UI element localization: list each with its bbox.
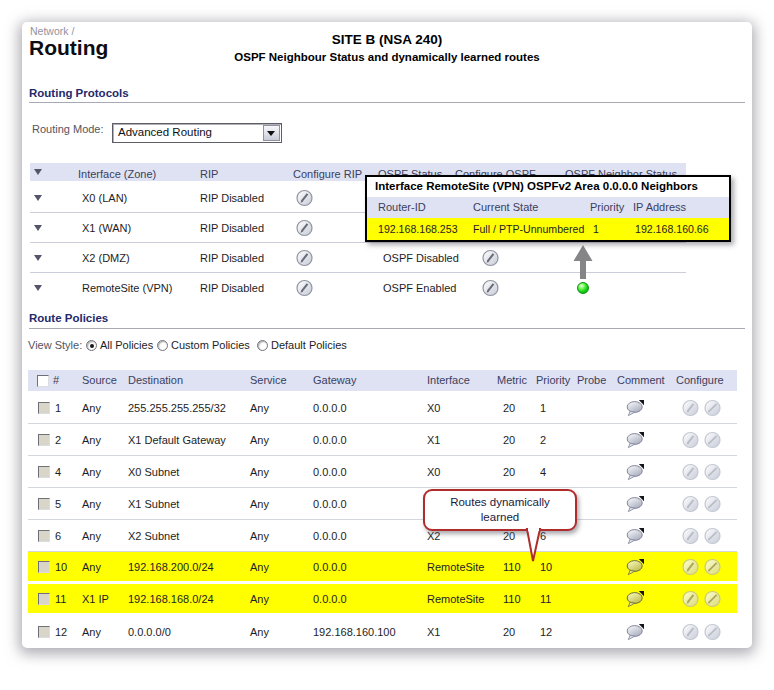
edit-policy-button[interactable] [682,463,699,480]
route-policy-row: 2AnyX1 Default GatewayAny0.0.0.0X1202 [28,424,737,456]
edit-policy-button[interactable] [682,558,699,575]
edit-policy-button[interactable] [682,590,699,607]
delete-policy-button[interactable] [704,624,721,641]
routing-protocols-heading: Routing Protocols [29,87,129,99]
service-cell: Any [250,593,269,605]
edit-policy-button[interactable] [682,495,699,512]
page: Network / Routing SITE B (NSA 240) OSPF … [22,22,752,648]
route-policy-row: 1Any255.255.255.255/32Any0.0.0.0X0201 [28,392,737,424]
route-policies-table-body: 1Any255.255.255.255/32Any0.0.0.0X02012An… [28,392,737,648]
view-style-radio-all[interactable] [86,340,97,351]
routing-mode-select[interactable]: Advanced Routing [112,123,282,143]
source-cell: Any [82,561,101,573]
comment-icon[interactable] [626,527,645,544]
row-checkbox[interactable] [38,434,50,446]
site-title: SITE B (NSA 240) [22,32,752,47]
col-router-id: Router-ID [378,201,426,213]
col-gateway: Gateway [313,374,356,386]
configure-rip-button[interactable] [296,249,313,266]
service-cell: Any [250,530,269,542]
delete-policy-button[interactable] [704,527,721,544]
comment-icon[interactable] [626,495,645,512]
priority-cell: 1 [593,223,599,235]
delete-policy-button[interactable] [704,431,721,448]
edit-policy-button[interactable] [682,624,699,641]
configure-rip-button[interactable] [296,219,313,236]
edit-policy-button[interactable] [682,431,699,448]
site-header: SITE B (NSA 240) OSPF Neighbour Status a… [22,32,752,63]
service-cell: Any [250,402,269,414]
policy-number-cell: 4 [55,466,61,478]
source-cell: Any [82,434,101,446]
popup-header: Router-ID Current State Priority IP Addr… [367,197,729,218]
pointer-up-arrow-icon [573,245,593,280]
col-interface: Interface [427,374,470,386]
dropdown-caret-icon[interactable] [263,125,280,141]
route-policy-row: 11X1 IP192.168.168.0/24Any0.0.0.0RemoteS… [28,584,737,616]
metric-cell: 20 [503,626,515,638]
interface-zone-cell: X1 (WAN) [82,222,131,234]
view-style-radio-custom[interactable] [157,340,168,351]
edit-policy-button[interactable] [682,527,699,544]
destination-cell: X2 Subnet [128,530,179,542]
expand-row-icon[interactable] [34,255,42,261]
view-style-option-all: All Policies [100,339,153,351]
col-current-state: Current State [473,201,538,213]
delete-policy-button[interactable] [704,558,721,575]
rip-status-cell: RIP Disabled [200,192,264,204]
expand-row-icon[interactable] [34,195,42,201]
configure-rip-button[interactable] [296,280,313,297]
priority-cell: 1 [540,402,546,414]
route-policies-heading: Route Policies [29,312,108,324]
metric-cell: 20 [503,402,515,414]
destination-cell: 255.255.255.255/32 [128,402,226,414]
expand-row-icon[interactable] [34,285,42,291]
row-checkbox[interactable] [38,626,50,638]
configure-rip-button[interactable] [296,189,313,206]
source-cell: Any [82,498,101,510]
annotation-callout: Routes dynamically learned [423,489,577,531]
service-cell: Any [250,561,269,573]
view-style-bar: View Style: All Policies Custom Policies… [22,339,752,353]
source-cell: Any [82,626,101,638]
destination-cell: X0 Subnet [128,466,179,478]
row-checkbox[interactable] [38,593,50,605]
configure-ospf-button[interactable] [482,280,499,297]
row-checkbox[interactable] [38,466,50,478]
section-divider-2 [29,328,745,329]
priority-cell: 11 [540,593,551,605]
expand-all-icon[interactable] [34,169,42,175]
edit-policy-button[interactable] [682,399,699,416]
select-all-checkbox[interactable] [37,375,49,387]
configure-ospf-button[interactable] [482,249,499,266]
interface-cell: X0 [427,402,440,414]
routing-mode-label: Routing Mode: [32,123,104,135]
delete-policy-button[interactable] [704,590,721,607]
ospf-status-cell: OSPF Disabled [383,252,459,264]
row-checkbox[interactable] [38,530,50,542]
col-priority: Priority [590,201,624,213]
expand-row-icon[interactable] [34,225,42,231]
col-configure-rip: Configure RIP [293,168,362,180]
delete-policy-button[interactable] [704,495,721,512]
comment-icon[interactable] [626,624,645,641]
comment-icon[interactable] [626,558,645,575]
col-configure: Configure [676,374,724,386]
interface-cell: X0 [427,466,440,478]
source-cell: Any [82,466,101,478]
comment-icon[interactable] [626,399,645,416]
comment-icon[interactable] [626,431,645,448]
interface-zone-cell: RemoteSite (VPN) [82,282,172,294]
comment-icon[interactable] [626,463,645,480]
comment-icon[interactable] [626,590,645,607]
row-checkbox[interactable] [38,561,50,573]
row-checkbox[interactable] [38,402,50,414]
policy-number-cell: 12 [55,626,67,638]
policy-number-cell: 6 [55,530,61,542]
row-checkbox[interactable] [38,498,50,510]
gateway-cell: 0.0.0.0 [313,530,347,542]
service-cell: Any [250,498,269,510]
delete-policy-button[interactable] [704,463,721,480]
view-style-radio-default[interactable] [257,340,268,351]
delete-policy-button[interactable] [704,399,721,416]
